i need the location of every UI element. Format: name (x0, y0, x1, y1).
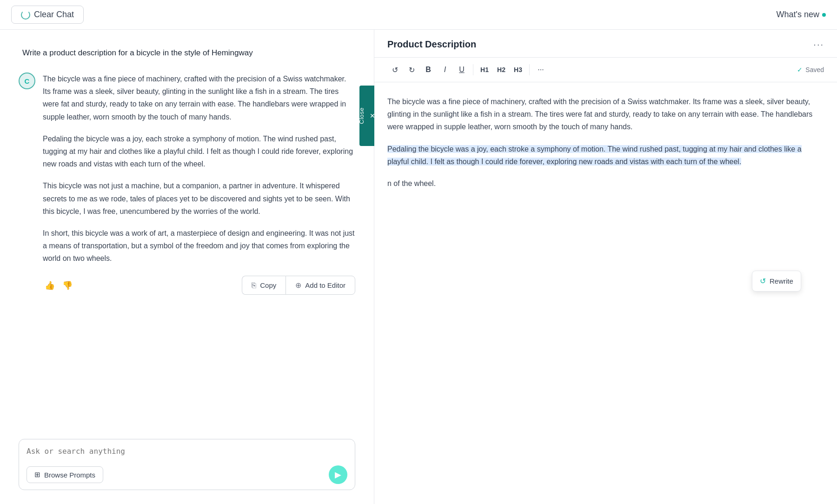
whats-new-label: What's new (777, 10, 819, 20)
response-content: The bicycle was a fine piece of machiner… (43, 73, 355, 298)
editor-title: Product Description (387, 39, 476, 50)
notification-dot (822, 13, 826, 17)
copy-icon: ⎘ (252, 281, 256, 290)
h3-icon: H3 (514, 66, 522, 73)
more-toolbar-icon: ··· (538, 66, 544, 74)
add-to-editor-button[interactable]: ⊕ Add to Editor (286, 276, 355, 295)
input-area: ⊞ Browse Prompts ▶ (0, 430, 374, 504)
response-para-3: This bicycle was not just a machine, but… (43, 179, 355, 218)
main-layout: Write a product description for a bicycl… (0, 30, 837, 504)
h2-icon: H2 (497, 66, 505, 73)
top-bar: Clear Chat What's new (0, 0, 837, 30)
h2-button[interactable]: H2 (494, 62, 509, 77)
bold-button[interactable]: B (421, 62, 436, 77)
editor-para-3: n of the wheel. (387, 177, 824, 190)
close-tab[interactable]: ✕ Close (359, 86, 374, 146)
redo-button[interactable]: ↻ (404, 62, 419, 77)
clear-chat-button[interactable]: Clear Chat (11, 6, 84, 24)
saved-label: Saved (805, 66, 824, 73)
input-container: ⊞ Browse Prompts ▶ (19, 439, 355, 490)
h1-icon: H1 (480, 66, 489, 73)
bold-icon: B (425, 66, 431, 74)
italic-button[interactable]: I (438, 62, 452, 77)
toolbar-separator-1 (473, 64, 473, 75)
browse-prompts-label: Browse Prompts (44, 471, 95, 479)
italic-icon: I (444, 66, 446, 74)
editor-header: Product Description ··· (374, 30, 837, 58)
user-prompt: Write a product description for a bicycl… (19, 48, 355, 58)
avatar: C (19, 73, 35, 89)
editor-para-1: The bicycle was a fine piece of machiner… (387, 95, 824, 133)
saved-status: ✓ Saved (797, 66, 824, 73)
chat-input[interactable] (27, 447, 347, 458)
browse-prompts-button[interactable]: ⊞ Browse Prompts (27, 466, 103, 483)
input-footer: ⊞ Browse Prompts ▶ (27, 465, 347, 484)
send-button[interactable]: ▶ (329, 465, 347, 484)
editor-toolbar: ↺ ↻ B I U H1 H2 H3 (374, 58, 837, 82)
h1-button[interactable]: H1 (477, 62, 492, 77)
editor-icon: ⊕ (295, 281, 301, 290)
more-toolbar-button[interactable]: ··· (533, 62, 548, 77)
copy-button[interactable]: ⎘ Copy (242, 276, 286, 295)
response-text: The bicycle was a fine piece of machiner… (43, 73, 355, 265)
underline-button[interactable]: U (454, 62, 469, 77)
response-actions: 👍 👎 ⎘ Copy ⊕ Add to Editor (43, 276, 355, 298)
redo-icon: ↻ (409, 66, 415, 74)
more-options-button[interactable]: ··· (813, 39, 824, 50)
h3-button[interactable]: H3 (511, 62, 525, 77)
action-buttons: ⎘ Copy ⊕ Add to Editor (242, 276, 355, 295)
whats-new-button[interactable]: What's new (777, 10, 826, 20)
ai-response: C The bicycle was a fine piece of machin… (19, 73, 355, 298)
add-to-editor-label: Add to Editor (305, 281, 345, 289)
editor-para-2: Pedaling the bicycle was a joy, each str… (387, 143, 824, 168)
rewrite-tooltip[interactable]: ↺ Rewrite (752, 271, 801, 292)
thumbs-down-button[interactable]: 👎 (60, 279, 74, 292)
undo-icon: ↺ (392, 66, 398, 74)
undo-button[interactable]: ↺ (387, 62, 402, 77)
clear-chat-label: Clear Chat (34, 10, 74, 20)
rewrite-icon: ↺ (760, 275, 766, 287)
left-panel: Write a product description for a bicycl… (0, 30, 374, 504)
close-icon: ✕ (369, 112, 376, 119)
highlighted-text: Pedaling the bicycle was a joy, each str… (387, 145, 802, 166)
editor-content[interactable]: The bicycle was a fine piece of machiner… (374, 82, 837, 504)
vote-buttons: 👍 👎 (43, 279, 74, 292)
thumbs-up-button[interactable]: 👍 (43, 279, 57, 292)
close-tab-label: Close (358, 107, 365, 124)
chat-area: Write a product description for a bicycl… (0, 30, 374, 430)
send-icon: ▶ (335, 470, 341, 480)
refresh-icon (21, 10, 30, 20)
response-para-4: In short, this bicycle was a work of art… (43, 227, 355, 265)
response-para-2: Pedaling the bicycle was a joy, each str… (43, 133, 355, 171)
response-para-1: The bicycle was a fine piece of machiner… (43, 73, 355, 123)
saved-check-icon: ✓ (797, 66, 803, 73)
browse-icon: ⊞ (34, 471, 40, 479)
right-panel: ✕ Close Product Description ··· ↺ ↻ B I (374, 30, 837, 504)
copy-label: Copy (260, 281, 276, 289)
underline-icon: U (459, 66, 465, 74)
rewrite-label: Rewrite (770, 275, 793, 287)
toolbar-separator-2 (529, 64, 530, 75)
more-icon: ··· (813, 39, 824, 49)
